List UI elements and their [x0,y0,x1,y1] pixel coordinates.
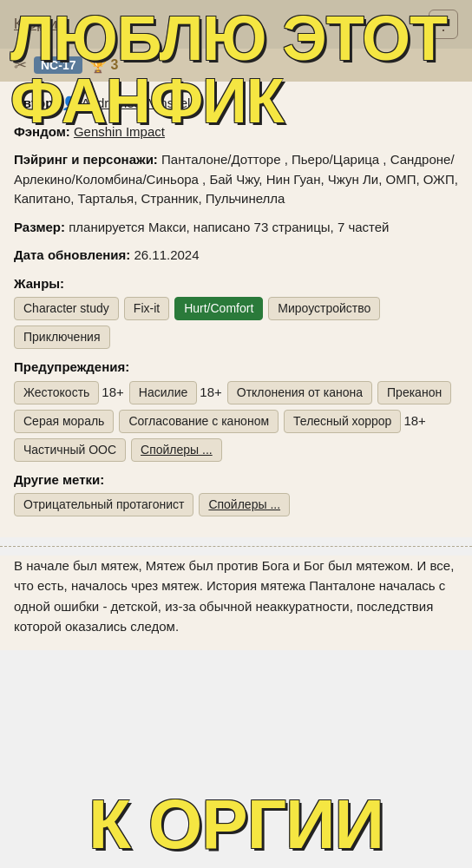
size-row: Размер: планируется Макси, написано 73 с… [14,218,458,238]
pairing-label: Пэйринг и персонажи: [14,152,158,167]
warning-tag: Отклонения от канона [227,381,372,404]
pairing-row: Пэйринг и персонажи: Панталоне/Дотторе ,… [14,150,458,209]
author-label: Автор: [14,95,57,110]
warning-item: Насилие18+ [129,381,222,404]
warning-tag: Преканон [377,381,451,404]
other-tags-container: Отрицательный протагонистСпойлеры ... [14,493,458,516]
more-button[interactable]: ⋮ [429,10,458,39]
header-bar: К Оргии ⋮ [0,0,472,49]
tag-row: ✂ NC-17 🏆 3 [0,49,472,82]
main-card: ЛЮБЛЮ ЭТОТ ФАНФИК К Оргии ⋮ ✂ NC-17 🏆 3 … [0,0,472,868]
bottom-overlay-text: К ОРГИИ [0,790,472,859]
warning-item: Отклонения от канона [227,381,372,404]
warning-tag: Спойлеры ... [131,438,222,462]
description: В начале был мятеж, Мятеж был против Бог… [0,556,472,650]
genre-tag: Character study [14,297,119,320]
warning-tag: Серая мораль [14,410,114,433]
warning-item: Телесный хоррор18+ [284,410,426,433]
fandom-label: Фэндом: [14,124,70,139]
author-name[interactable]: AndromedaVinsvell [82,95,193,110]
trophy-count: 3 [110,57,118,73]
genre-tag: Приключения [14,326,110,349]
author-row: Автор: 👤 AndromedaVinsvell [14,94,458,114]
warnings-label: Предупреждения: [14,359,129,374]
warnings-container: Жестокость18+Насилие18+Отклонения от кан… [14,381,458,462]
size-label: Размер: [14,220,65,234]
warning-tag: Согласование с каноном [119,410,279,433]
other-tags-label: Другие метки: [14,472,104,487]
warning-item: Спойлеры ... [131,438,222,462]
warning-item: Частичный ООС [14,438,126,462]
scissors-icon: ✂ [14,56,27,75]
nc17-badge: NC-17 [34,56,82,74]
date-label: Дата обновления: [14,247,130,262]
genres-container: Character studyFix-itHurt/ComfortМироуст… [14,297,458,349]
fandom-name[interactable]: Genshin Impact [74,124,165,139]
genres-label: Жанры: [14,276,64,291]
content-area: Автор: 👤 AndromedaVinsvell Фэндом: Gensh… [0,82,472,537]
warning-item: Жестокость18+ [14,381,124,404]
trophy-icon: 🏆 [89,57,107,74]
other-tag: Отрицательный протагонист [14,493,193,516]
genre-tag: Hurt/Comfort [174,297,263,320]
warnings-row: Предупреждения: Жестокость18+Насилие18+О… [14,358,458,462]
author-icon: 👤 [62,95,78,110]
genres-row: Жанры: Character studyFix-itHurt/Comfort… [14,274,458,350]
bottom-overlay: К ОРГИИ [0,790,472,868]
warning-tag: Частичный ООС [14,438,126,462]
warning-item: Преканон [377,381,451,404]
warning-tag: Насилие [129,381,198,404]
age-badge: 18+ [403,411,425,431]
age-badge: 18+ [200,383,221,403]
warning-item: Согласование с каноном [119,410,279,433]
genre-tag: Fix-it [124,297,169,320]
other-tag: Спойлеры ... [199,493,290,516]
warning-item: Серая мораль [14,410,114,433]
trophy-badge: 🏆 3 [89,57,118,74]
genre-tag: Мироустройство [268,297,380,320]
divider [0,546,472,547]
age-badge: 18+ [102,383,123,403]
back-link[interactable]: К Оргии [14,16,65,32]
other-tags-row: Другие метки: Отрицательный протагонистС… [14,470,458,517]
date-value: 26.11.2024 [134,247,199,262]
warning-tag: Телесный хоррор [284,410,401,433]
date-row: Дата обновления: 26.11.2024 [14,246,458,266]
size-value: планируется Макси, написано 73 страницы,… [69,220,389,234]
fandom-row: Фэндом: Genshin Impact [14,122,458,142]
warning-tag: Жестокость [14,381,99,404]
